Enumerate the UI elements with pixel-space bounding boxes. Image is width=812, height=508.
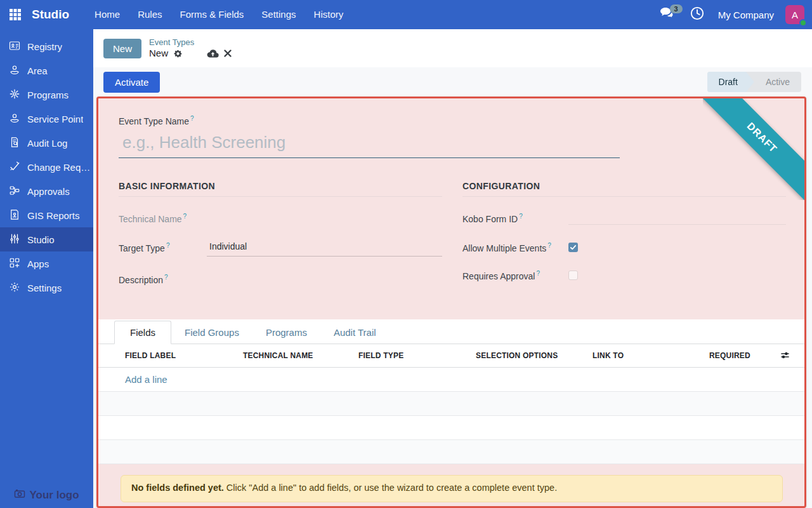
company-logo-placeholder: Your logo (0, 488, 93, 502)
form-sheet: DRAFT Event Type Name? BASIC INFORMATION… (96, 97, 806, 508)
sliders-icon (9, 233, 20, 246)
sidebar-item-apps[interactable]: Apps (0, 251, 93, 276)
col-selection-options: SELECTION OPTIONS (476, 351, 593, 360)
tab-audit-trail[interactable]: Audit Trail (320, 321, 390, 344)
company-menu[interactable]: My Company (718, 10, 774, 20)
event-type-name-input[interactable] (119, 131, 620, 158)
messages-button[interactable]: 3 (655, 3, 680, 26)
optional-columns-button[interactable] (768, 351, 804, 360)
sidebar-label: Change Req… (27, 162, 90, 173)
sidebar-label: Apps (27, 258, 49, 269)
target-type-select[interactable]: Individual (207, 241, 442, 257)
tab-header: Fields Field Groups Programs Audit Trail (98, 319, 804, 344)
configuration-title: CONFIGURATION (462, 181, 786, 197)
new-button[interactable]: New (103, 39, 141, 58)
target-type-label: Target Type? (119, 241, 207, 253)
statusbar: Draft Active (707, 72, 801, 92)
allow-multiple-events-row: Allow Multiple Events? (462, 241, 786, 253)
help-marker: ? (183, 213, 187, 220)
sidebar-label: Service Point (27, 114, 83, 124)
technical-name-label: Technical Name? (119, 212, 207, 224)
breadcrumb-current: New (149, 48, 168, 60)
sidebar-label: Programs (27, 90, 69, 100)
allow-multiple-events-checkbox[interactable] (568, 243, 578, 252)
nav-item-rules[interactable]: Rules (129, 0, 171, 29)
sidebar-label: Approvals (27, 186, 70, 197)
sidebar: Registry Area Programs Service Point Aud… (0, 29, 93, 508)
clock-icon (690, 11, 704, 22)
avatar-letter: A (792, 10, 798, 20)
adjust-columns-icon (780, 351, 790, 360)
notebook: Fields Field Groups Programs Audit Trail… (98, 319, 804, 464)
add-a-line-link[interactable]: Add a line (125, 374, 167, 385)
requires-approval-row: Requires Approval? (462, 269, 786, 281)
technical-name-row: Technical Name? (119, 212, 442, 225)
sidebar-item-settings[interactable]: Settings (0, 276, 93, 300)
status-draft[interactable]: Draft (707, 72, 754, 92)
activate-button[interactable]: Activate (103, 72, 160, 93)
activity-clock-button[interactable] (686, 3, 708, 27)
help-marker: ? (166, 242, 170, 249)
action-bar: Activate Draft Active (93, 67, 812, 97)
sidebar-item-studio[interactable]: Studio (0, 227, 93, 251)
sidebar-item-service-point[interactable]: Service Point (0, 107, 93, 131)
requires-approval-label: Requires Approval? (462, 269, 568, 281)
col-link-to: LINK TO (593, 351, 709, 360)
event-type-name-label: Event Type Name? (119, 115, 786, 126)
description-row: Description? (119, 273, 442, 286)
sidebar-label: Audit Log (27, 138, 67, 149)
online-status-dot (799, 19, 807, 27)
empty-table-row (98, 416, 804, 440)
status-active[interactable]: Active (754, 72, 801, 92)
map-report-icon (9, 209, 20, 222)
fields-table: FIELD LABEL TECHNICAL NAME FIELD TYPE SE… (98, 344, 804, 464)
sidebar-item-registry[interactable]: Registry (0, 34, 93, 58)
discard-x-button[interactable] (224, 50, 232, 57)
user-avatar[interactable]: A (785, 5, 804, 24)
gear-icon (9, 281, 20, 295)
nav-item-settings[interactable]: Settings (252, 0, 304, 29)
sidebar-item-programs[interactable]: Programs (0, 83, 93, 107)
sidebar-item-approvals[interactable]: Approvals (0, 179, 93, 203)
col-required: REQUIRED (709, 351, 768, 360)
description-label: Description? (119, 273, 207, 285)
hand-service-icon (9, 112, 20, 126)
document-search-icon (9, 137, 20, 150)
sidebar-item-area[interactable]: Area (0, 58, 93, 83)
kobo-form-id-row: Kobo Form ID? (462, 212, 786, 225)
sheet-bottom: No fields defined yet. Click "Add a line… (98, 464, 804, 508)
technical-name-field[interactable] (207, 212, 442, 225)
breadcrumb-parent-link[interactable]: Event Types (149, 37, 232, 48)
fields-table-header: FIELD LABEL TECHNICAL NAME FIELD TYPE SE… (98, 344, 804, 368)
sidebar-label: Registry (27, 41, 62, 52)
description-field[interactable] (207, 273, 442, 286)
record-actions-gear-button[interactable] (173, 49, 183, 58)
sidebar-item-gis-reports[interactable]: GIS Reports (0, 203, 93, 227)
sidebar-label: Area (27, 65, 48, 76)
sidebar-label: Studio (27, 234, 55, 245)
id-card-icon (9, 40, 20, 53)
main-content: New Event Types New Activate Draft Activ… (93, 29, 812, 508)
gear-flower-icon (9, 88, 20, 102)
kobo-form-id-label: Kobo Form ID? (462, 212, 568, 224)
brand-title: Studio (32, 8, 69, 22)
col-field-label: FIELD LABEL (125, 351, 243, 360)
allow-multiple-events-label: Allow Multiple Events? (462, 241, 568, 253)
basic-information-title: BASIC INFORMATION (119, 181, 442, 197)
kobo-form-id-field[interactable] (568, 212, 786, 225)
nav-item-forms-fields[interactable]: Forms & Fields (171, 0, 252, 29)
nav-item-history[interactable]: History (305, 0, 353, 29)
empty-table-row (98, 440, 804, 464)
help-marker: ? (519, 213, 523, 220)
nav-item-home[interactable]: Home (86, 0, 129, 29)
requires-approval-checkbox[interactable] (568, 271, 578, 280)
tab-programs[interactable]: Programs (252, 321, 320, 344)
hand-globe-icon (9, 64, 20, 77)
apps-grid-icon[interactable] (3, 0, 28, 29)
check-pen-icon (9, 161, 20, 174)
tab-fields[interactable]: Fields (114, 321, 171, 344)
sidebar-item-audit-log[interactable]: Audit Log (0, 131, 93, 155)
save-cloud-button[interactable] (207, 49, 219, 58)
tab-field-groups[interactable]: Field Groups (171, 321, 252, 344)
sidebar-item-change-requests[interactable]: Change Req… (0, 155, 93, 179)
